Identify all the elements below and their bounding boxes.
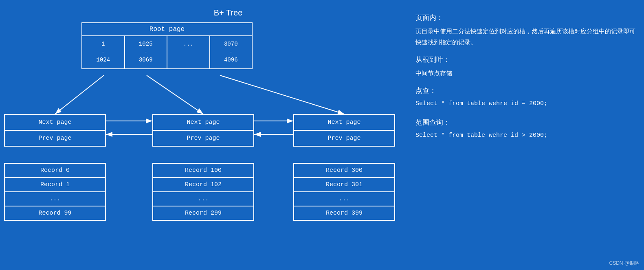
section1-text: 页目录中使用二分法快速定位到对应的槽，然后再遍历该槽对应分组中的记录即可快速找到…	[415, 26, 636, 48]
record-page-2: Record 300 Record 301 ... Record 399	[293, 163, 395, 221]
section3-code: Select * from table wehre id = 2000;	[415, 99, 636, 109]
record-2-1: Record 301	[294, 178, 394, 192]
record-2-2: ...	[294, 192, 394, 206]
root-cells: 1-1024 1025-3069 ... 3070-4096	[82, 36, 252, 68]
section4-header: 范围查询：	[415, 117, 636, 129]
tree-title: B+ Tree	[57, 8, 399, 18]
record-0-1: Record 1	[5, 178, 105, 192]
root-cell-3-text: 3070-4096	[224, 41, 238, 63]
main-container: B+ Tree Root page 1-1024 1025-3069 ... 3…	[0, 0, 644, 270]
section1-header: 页面内：	[415, 12, 636, 24]
leaf-prev-2: Prev page	[294, 131, 394, 146]
record-0-2: ...	[5, 192, 105, 206]
diagram-area: B+ Tree Root page 1-1024 1025-3069 ... 3…	[0, 0, 407, 270]
record-1-3: Record 299	[153, 206, 253, 220]
leaf-page-0: Next page Prev page	[4, 114, 106, 147]
root-cell-3: 3070-4096	[210, 36, 252, 68]
watermark: CSDN @银略	[609, 260, 639, 267]
record-page-0: Record 0 Record 1 ... Record 99	[4, 163, 106, 221]
record-1-2: ...	[153, 192, 253, 206]
section2-header: 从根到叶：	[415, 54, 636, 66]
record-2-0: Record 300	[294, 164, 394, 178]
record-1-1: Record 102	[153, 178, 253, 192]
leaf-page-1: Next page Prev page	[152, 114, 254, 147]
root-cell-1: 1025-3069	[125, 36, 168, 68]
svg-line-3	[147, 75, 203, 114]
section4-code: Select * from table wehre id > 2000;	[415, 130, 636, 141]
record-page-1: Record 100 Record 102 ... Record 299	[152, 163, 254, 221]
record-2-3: Record 399	[294, 206, 394, 220]
leaf-prev-0: Prev page	[5, 131, 105, 146]
leaf-next-0: Next page	[5, 115, 105, 131]
leaf-prev-1: Prev page	[153, 131, 253, 146]
right-panel: 页面内： 页目录中使用二分法快速定位到对应的槽，然后再遍历该槽对应分组中的记录即…	[407, 0, 644, 270]
section2-text: 中间节点存储	[415, 68, 636, 79]
leaf-next-2: Next page	[294, 115, 394, 131]
root-cell-0: 1-1024	[82, 36, 125, 68]
root-box: Root page 1-1024 1025-3069 ... 3070-4096	[81, 22, 253, 69]
root-cell-1-text: 1025-3069	[139, 41, 153, 63]
record-1-0: Record 100	[153, 164, 253, 178]
record-0-3: Record 99	[5, 206, 105, 220]
root-cell-2: ...	[167, 36, 210, 68]
root-cell-2-text: ...	[183, 41, 193, 47]
leaf-next-1: Next page	[153, 115, 253, 131]
svg-line-4	[220, 75, 344, 114]
record-0-0: Record 0	[5, 164, 105, 178]
root-header: Root page	[82, 23, 252, 36]
svg-line-2	[55, 75, 104, 114]
leaf-page-2: Next page Prev page	[293, 114, 395, 147]
root-cell-0-text: 1-1024	[96, 41, 110, 63]
section3-header: 点查：	[415, 85, 636, 97]
